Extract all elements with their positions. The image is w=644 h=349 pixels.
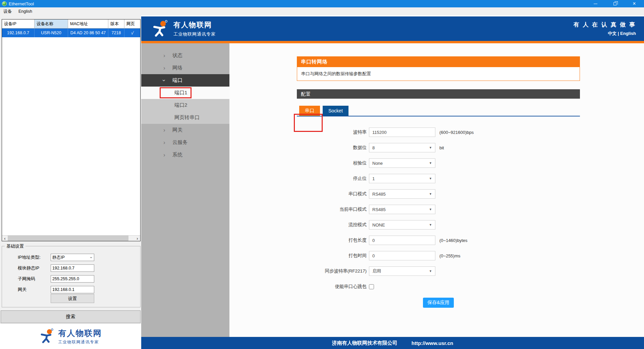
flow-ctrl-select[interactable]: NONE ▼: [369, 220, 435, 230]
minimize-button[interactable]: [586, 0, 605, 7]
ip-type-label: IP地址类型:: [18, 254, 41, 260]
pack-len-row: 打包长度 (0~1460)bytes: [297, 236, 580, 245]
footer-url[interactable]: http://www.usr.cn: [412, 340, 453, 346]
col-device-ip[interactable]: 设备IP: [2, 19, 35, 28]
chevron-right-icon: ›: [163, 65, 165, 71]
left-panel: 设备IP 设备名称 MAC地址 版本 网页 192.168.0.7 USR-N5…: [0, 15, 141, 349]
sidebar-item-gateway[interactable]: › 网关: [141, 124, 229, 136]
chevron-down-icon: ›: [89, 257, 94, 258]
sync-baud-row: 同步波特率(RF2217) 启用 ▼: [297, 266, 580, 276]
header-slogan: 有 人 在 认 真 做 事: [574, 21, 636, 29]
sidebar-item-web2serial[interactable]: 网页转串口: [141, 111, 229, 124]
ip-type-row: IP地址类型: 静态IP ›: [2, 254, 140, 261]
pack-time-input[interactable]: [369, 251, 435, 260]
web-brand-tagline: 工业物联网通讯专家: [173, 31, 216, 37]
gateway-label: 网关: [18, 287, 26, 293]
device-row-selected[interactable]: 192.168.0.7 USR-N520 D4 AD 20 86 50 47 7…: [2, 29, 140, 37]
basic-settings-group: 基础设置 IP地址类型: 静态IP › 模块静态IP 子网掩码 网关 设置: [2, 246, 141, 307]
scroll-right-icon[interactable]: ›: [135, 236, 140, 241]
chevron-down-icon: ›: [161, 80, 167, 82]
save-apply-button[interactable]: 保存&应用: [423, 298, 454, 308]
parity-select[interactable]: None ▼: [369, 158, 435, 168]
dropdown-arrow-icon: ▼: [429, 192, 432, 196]
web-link-icon: √: [130, 31, 134, 36]
close-button[interactable]: ×: [625, 0, 644, 7]
dropdown-arrow-icon: ▼: [429, 177, 432, 180]
window-controls: ×: [586, 0, 644, 7]
menu-english[interactable]: English: [15, 7, 36, 15]
scrollbar-thumb[interactable]: [8, 236, 128, 241]
dropdown-arrow-icon: ▼: [429, 146, 432, 149]
sidebar-item-system[interactable]: › 系统: [141, 149, 229, 161]
dropdown-arrow-icon: ▼: [429, 161, 432, 165]
chevron-right-icon: ›: [163, 127, 165, 133]
baud-input[interactable]: [369, 128, 435, 137]
pack-time-label: 打包时间: [297, 253, 367, 259]
restore-button[interactable]: [605, 0, 625, 7]
cell-version: 7218: [108, 29, 124, 37]
databits-select[interactable]: 8 ▼: [369, 143, 435, 152]
tab-socket[interactable]: Socket: [323, 106, 348, 116]
current-mode-select[interactable]: RS485 ▼: [369, 205, 435, 214]
horizontal-scrollbar[interactable]: ‹ ›: [2, 235, 140, 241]
tab-serial[interactable]: 串口: [299, 106, 320, 116]
baud-hint: (600~921600)bps: [439, 130, 474, 135]
device-table: 设备IP 设备名称 MAC地址 版本 网页 192.168.0.7 USR-N5…: [2, 19, 141, 241]
web-header-logo: 有人物联网 工业物联网通讯专家: [152, 20, 216, 38]
heartbeat-checkbox[interactable]: [369, 284, 374, 289]
pack-len-input[interactable]: [369, 236, 435, 245]
parity-row: 校验位 None ▼: [297, 158, 580, 168]
serial-mode-select[interactable]: RS485 ▼: [369, 189, 435, 199]
subnet-row: 子网掩码: [2, 275, 140, 283]
footer-company: 济南有人物联网技术有限公司: [332, 340, 397, 346]
col-mac[interactable]: MAC地址: [68, 19, 108, 28]
stopbits-select[interactable]: 1 ▼: [369, 174, 435, 183]
ip-type-value: 静态IP: [52, 255, 65, 260]
scroll-left-icon[interactable]: ‹: [2, 236, 8, 241]
web-header: 有人物联网 工业物联网通讯专家 有 人 在 认 真 做 事 中文 | Engli…: [141, 16, 644, 41]
baud-row: 波特率 (600~921600)bps: [297, 128, 580, 137]
close-icon: ×: [633, 1, 636, 6]
language-switch[interactable]: 中文 | English: [574, 31, 636, 37]
titlebar: EthernetTool ×: [0, 0, 644, 7]
restore-icon: [613, 2, 616, 5]
col-version[interactable]: 版本: [108, 19, 124, 28]
left-panel-logo: 有人物联网 工业物联网通讯专家: [0, 323, 141, 349]
pack-len-label: 打包长度: [297, 237, 367, 243]
current-mode-label: 当前串口模式: [297, 206, 367, 212]
tabs: 串口 Socket: [297, 106, 580, 116]
sync-baud-select[interactable]: 启用 ▼: [369, 266, 435, 276]
cell-web-link[interactable]: √: [124, 29, 140, 37]
chevron-right-icon: ›: [163, 140, 165, 145]
sidebar-item-status[interactable]: › 状态: [141, 49, 229, 62]
brand-tagline: 工业物联网通讯专家: [58, 339, 102, 345]
basic-settings-title: 基础设置: [5, 243, 25, 249]
sidebar-item-port2[interactable]: 端口2: [141, 99, 229, 111]
search-button[interactable]: 搜索: [1, 310, 141, 323]
sync-baud-label: 同步波特率(RF2217): [297, 268, 367, 274]
dropdown-arrow-icon: ▼: [429, 269, 432, 273]
databits-label: 数据位: [297, 145, 367, 151]
dropdown-arrow-icon: ▼: [429, 208, 432, 211]
pack-time-row: 打包时间 (0~255)ms: [297, 251, 580, 260]
stopbits-label: 停止位: [297, 176, 367, 182]
current-mode-row: 当前串口模式 RS485 ▼: [297, 205, 580, 214]
col-web[interactable]: 网页: [124, 19, 140, 28]
static-ip-field[interactable]: [51, 264, 94, 272]
web-content: 串口转网络 串口与网络之间的数据传输参数配置 配置 串口 Socket 波特率 …: [229, 43, 644, 337]
sidebar-item-port1[interactable]: 端口1: [141, 87, 229, 99]
menu-device[interactable]: 设备: [0, 7, 15, 15]
sidebar-item-port[interactable]: › 端口: [141, 74, 229, 87]
set-button[interactable]: 设置: [51, 294, 94, 303]
dropdown-arrow-icon: ▼: [429, 223, 432, 227]
sidebar-item-network[interactable]: › 网络: [141, 62, 229, 74]
cell-mac: D4 AD 20 86 50 47: [68, 29, 108, 37]
ip-type-select[interactable]: 静态IP ›: [51, 254, 94, 261]
sidebar-item-cloud[interactable]: › 云服务: [141, 136, 229, 149]
stopbits-row: 停止位 1 ▼: [297, 174, 580, 183]
gateway-field[interactable]: [51, 286, 94, 293]
col-device-name[interactable]: 设备名称: [35, 19, 68, 28]
usr-person-icon-white: [152, 20, 169, 38]
subnet-field[interactable]: [51, 275, 94, 283]
databits-hint: bit: [439, 145, 444, 150]
